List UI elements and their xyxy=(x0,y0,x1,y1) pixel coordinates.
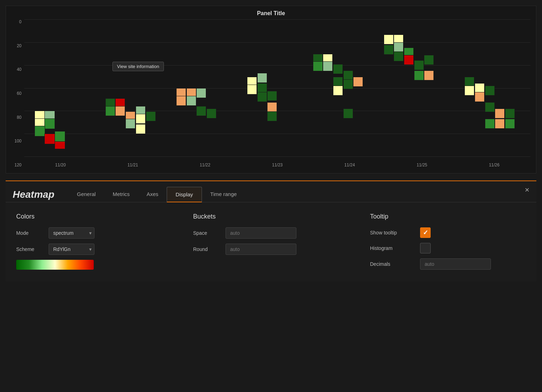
buckets-title: Buckets xyxy=(193,213,349,220)
round-label: Round xyxy=(193,246,221,252)
histogram-checkbox[interactable] xyxy=(420,243,431,253)
tab-display[interactable]: Display xyxy=(167,187,202,202)
heatmap-block xyxy=(424,71,434,80)
color-gradient-preview xyxy=(16,260,94,270)
heatmap-block xyxy=(44,118,55,129)
mode-row: Mode spectrum opacity xyxy=(16,227,172,239)
round-input[interactable] xyxy=(226,244,296,255)
heatmap-block xyxy=(257,83,267,93)
heatmap-block xyxy=(136,114,146,124)
round-row: Round xyxy=(193,244,349,255)
chart-title: Panel Title xyxy=(12,10,530,17)
heatmap-block xyxy=(414,60,424,70)
heatmap-block xyxy=(505,109,515,118)
heatmap-block xyxy=(207,109,216,118)
heatmap-block xyxy=(424,55,434,65)
heatmap-block xyxy=(475,92,485,102)
settings-body: Colors Mode spectrum opacity Scheme RdYl… xyxy=(6,202,536,282)
show-tooltip-checkbox[interactable] xyxy=(420,227,431,238)
heatmap-block xyxy=(115,106,125,116)
heatmap-block xyxy=(343,79,353,89)
heatmap-block xyxy=(505,119,515,129)
space-input[interactable] xyxy=(226,227,296,239)
heatmap-block xyxy=(136,124,146,134)
heatmap-block xyxy=(485,102,495,112)
heatmap-block xyxy=(384,35,394,44)
heatmap-blocks xyxy=(24,19,530,157)
colors-title: Colors xyxy=(16,213,172,220)
heatmap-block xyxy=(404,55,414,65)
scheme-select-wrapper[interactable]: RdYlGn Blues Greens xyxy=(49,244,94,255)
close-button[interactable]: × xyxy=(525,186,529,194)
tab-axes[interactable]: Axes xyxy=(138,187,167,202)
x-axis: 11/20 11/21 11/22 11/23 11/24 11/25 11/2… xyxy=(24,157,530,167)
scheme-row: Scheme RdYlGn Blues Greens xyxy=(16,244,172,255)
tab-metrics[interactable]: Metrics xyxy=(104,187,138,202)
heatmap-block xyxy=(257,92,267,102)
heatmap-block xyxy=(267,111,277,121)
heatmap-block xyxy=(333,64,343,74)
y-axis: 120 100 80 60 40 20 0 xyxy=(12,19,24,167)
tab-nav: General Metrics Axes Display Time range xyxy=(68,187,245,202)
heatmap-block xyxy=(485,119,495,129)
tooltip-section: Tooltip Show tooltip Histogram Decimals xyxy=(370,213,526,275)
tab-time-range[interactable]: Time range xyxy=(202,187,245,202)
heatmap-block xyxy=(333,86,343,96)
settings-header: Heatmap General Metrics Axes Display Tim… xyxy=(6,181,536,202)
colors-section: Colors Mode spectrum opacity Scheme RdYl… xyxy=(16,213,172,275)
heatmap-block xyxy=(464,77,474,87)
heatmap-block xyxy=(125,119,135,129)
heatmap-block xyxy=(384,45,394,55)
heatmap-block xyxy=(196,88,206,98)
tooltip-title: Tooltip xyxy=(370,213,526,220)
heatmap-block xyxy=(475,83,485,93)
heatmap-block xyxy=(35,126,45,136)
scheme-label: Scheme xyxy=(16,246,44,252)
mode-select[interactable]: spectrum opacity xyxy=(49,227,94,239)
heatmap-block xyxy=(44,134,55,144)
heatmap-block xyxy=(247,85,257,94)
tab-general[interactable]: General xyxy=(68,187,104,202)
heatmap-block xyxy=(267,91,277,101)
heatmap-block xyxy=(333,77,343,87)
heatmap-block xyxy=(353,77,363,87)
scheme-select[interactable]: RdYlGn Blues Greens xyxy=(49,244,94,255)
heatmap-block xyxy=(343,71,353,80)
heatmap-block xyxy=(414,71,424,80)
heatmap-block xyxy=(464,86,474,96)
heatmap-block xyxy=(323,61,333,71)
heatmap-block xyxy=(186,96,196,106)
heatmap-block xyxy=(394,51,404,61)
heatmap-block xyxy=(485,86,495,96)
heatmap-block xyxy=(146,111,156,121)
show-tooltip-row: Show tooltip xyxy=(370,227,526,238)
histogram-label: Histogram xyxy=(370,245,416,251)
show-tooltip-label: Show tooltip xyxy=(370,230,416,235)
space-row: Space xyxy=(193,227,349,239)
chart-panel: Panel Title 120 100 80 60 40 20 0 View s… xyxy=(6,6,536,173)
heatmap-block xyxy=(196,106,206,116)
heatmap-block xyxy=(176,96,186,106)
settings-title: Heatmap xyxy=(13,189,54,200)
buckets-section: Buckets Space Round xyxy=(193,213,349,275)
histogram-row: Histogram xyxy=(370,243,526,253)
heatmap-block xyxy=(495,119,505,129)
decimals-row: Decimals xyxy=(370,258,526,270)
space-label: Space xyxy=(193,230,221,236)
decimals-input[interactable] xyxy=(420,258,491,270)
heatmap-block xyxy=(313,61,323,71)
heatmap-block xyxy=(267,102,277,112)
heatmap-block xyxy=(105,106,115,116)
mode-select-wrapper[interactable]: spectrum opacity xyxy=(49,227,94,239)
heatmap-block xyxy=(394,42,404,52)
mode-label: Mode xyxy=(16,230,44,236)
chart-area: 120 100 80 60 40 20 0 View site informat… xyxy=(12,19,530,167)
decimals-label: Decimals xyxy=(370,261,416,267)
heatmap-block xyxy=(495,109,505,118)
settings-panel: Heatmap General Metrics Axes Display Tim… xyxy=(6,180,536,282)
heatmap-block xyxy=(257,73,267,83)
heatmap-block xyxy=(55,131,65,142)
heatmap-block xyxy=(343,109,353,118)
chart-inner: View site information 11/20 11/21 11/22 … xyxy=(24,19,530,167)
